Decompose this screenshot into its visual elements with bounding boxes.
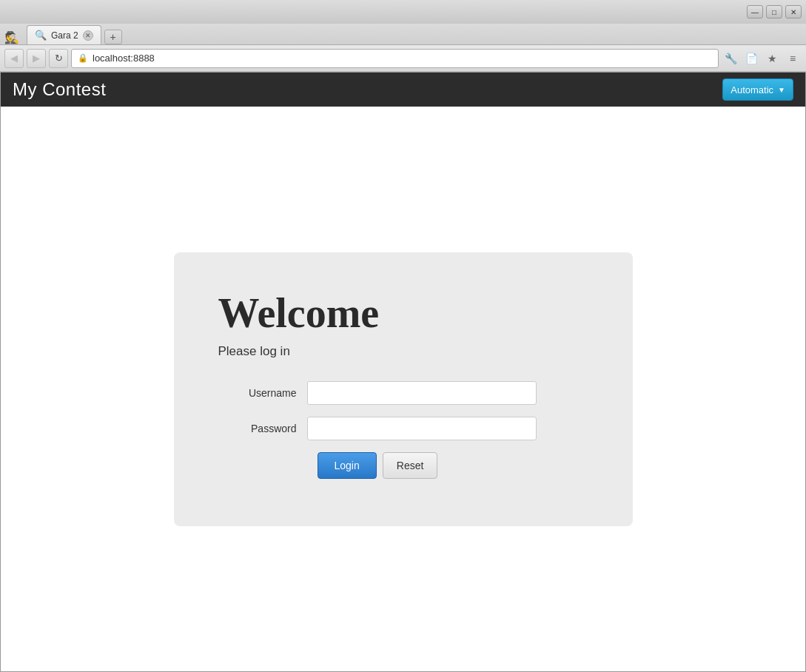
title-bar: — □ ✕ xyxy=(0,0,806,24)
password-input[interactable] xyxy=(307,417,537,440)
username-group: Username xyxy=(218,381,588,405)
language-selector[interactable]: Automatic ▼ xyxy=(722,78,793,101)
welcome-title: Welcome xyxy=(218,289,588,337)
browser-icon: 🕵 xyxy=(4,30,19,44)
login-card: Welcome Please log in Username Password … xyxy=(174,252,633,526)
username-input[interactable] xyxy=(307,381,537,405)
reload-button[interactable]: ↻ xyxy=(49,49,68,68)
tools-icon[interactable]: 🔧 xyxy=(722,50,739,67)
tab-title: Gara 2 xyxy=(51,30,78,41)
window-controls: — □ ✕ xyxy=(747,5,802,19)
login-button[interactable]: Login xyxy=(318,452,377,479)
language-label: Automatic xyxy=(731,84,773,95)
new-tab-button[interactable]: + xyxy=(104,30,122,44)
reset-button[interactable]: Reset xyxy=(383,452,438,479)
lock-icon: 🔒 xyxy=(78,53,88,63)
window-chrome: — □ ✕ 🕵 🔍 Gara 2 ✕ + xyxy=(0,0,806,45)
forward-button[interactable]: ▶ xyxy=(27,49,46,68)
close-button[interactable]: ✕ xyxy=(785,5,802,19)
address-bar[interactable]: 🔒 localhost:8888 xyxy=(71,49,719,68)
dropdown-arrow-icon: ▼ xyxy=(778,86,785,94)
maximize-button[interactable]: □ xyxy=(766,5,782,19)
login-subtitle: Please log in xyxy=(218,344,588,359)
minimize-button[interactable]: — xyxy=(747,5,763,19)
browser-tab[interactable]: 🔍 Gara 2 ✕ xyxy=(27,25,101,44)
app-header: My Contest Automatic ▼ xyxy=(1,73,805,107)
bookmark-icon[interactable]: ★ xyxy=(763,50,781,67)
password-group: Password xyxy=(218,417,588,440)
app-frame: My Contest Automatic ▼ Welcome Please lo… xyxy=(0,72,806,672)
tab-favicon: 🔍 xyxy=(35,30,47,41)
form-buttons: Login Reset xyxy=(318,452,588,479)
tab-bar: 🕵 🔍 Gara 2 ✕ + xyxy=(0,24,806,44)
password-label: Password xyxy=(218,423,307,434)
back-button[interactable]: ◀ xyxy=(4,49,24,68)
navigation-bar: ◀ ▶ ↻ 🔒 localhost:8888 🔧 📄 ★ ≡ xyxy=(0,45,806,72)
reader-icon[interactable]: 📄 xyxy=(742,50,760,67)
address-text: localhost:8888 xyxy=(93,53,155,64)
username-label: Username xyxy=(218,387,307,399)
tab-close-button[interactable]: ✕ xyxy=(83,30,93,41)
nav-right-buttons: 🔧 📄 ★ ≡ xyxy=(722,50,802,67)
menu-icon[interactable]: ≡ xyxy=(784,50,802,67)
app-title: My Contest xyxy=(13,79,106,100)
app-content: Welcome Please log in Username Password … xyxy=(1,107,805,671)
